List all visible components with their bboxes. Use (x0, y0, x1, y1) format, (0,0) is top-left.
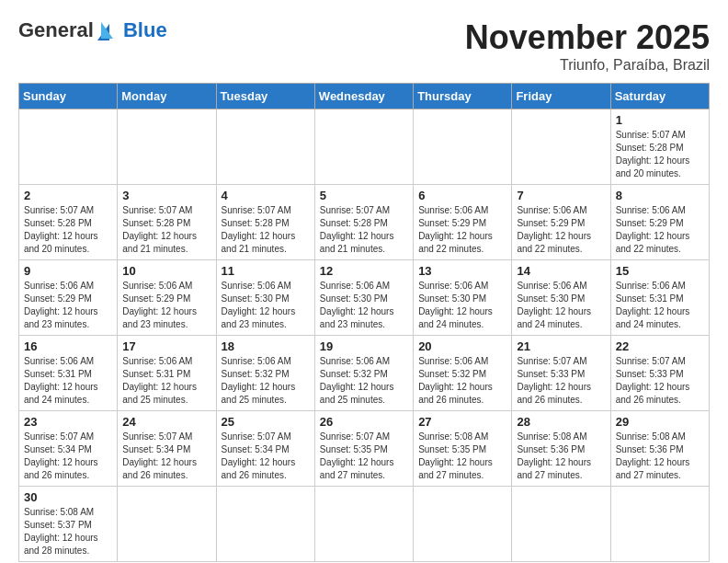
calendar-cell: 16Sunrise: 5:06 AM Sunset: 5:31 PM Dayli… (19, 336, 118, 411)
day-info: Sunrise: 5:06 AM Sunset: 5:30 PM Dayligh… (517, 280, 605, 331)
day-info: Sunrise: 5:08 AM Sunset: 5:35 PM Dayligh… (418, 431, 506, 482)
calendar-cell (512, 487, 610, 562)
weekday-header-wednesday: Wednesday (314, 84, 413, 109)
day-number: 25 (222, 415, 310, 429)
calendar-cell: 15Sunrise: 5:06 AM Sunset: 5:31 PM Dayli… (610, 260, 709, 336)
calendar-cell: 14Sunrise: 5:06 AM Sunset: 5:30 PM Dayli… (512, 260, 610, 336)
day-number: 14 (517, 264, 605, 278)
calendar-cell: 20Sunrise: 5:06 AM Sunset: 5:32 PM Dayli… (414, 336, 512, 411)
day-info: Sunrise: 5:06 AM Sunset: 5:32 PM Dayligh… (320, 355, 408, 407)
calendar-cell (414, 487, 512, 562)
weekday-header-saturday: Saturday (610, 84, 709, 109)
calendar-cell: 23Sunrise: 5:07 AM Sunset: 5:34 PM Dayli… (19, 411, 118, 487)
day-number: 20 (418, 339, 506, 353)
day-info: Sunrise: 5:06 AM Sunset: 5:29 PM Dayligh… (517, 204, 605, 256)
calendar-cell (19, 109, 118, 185)
day-number: 10 (122, 264, 210, 278)
calendar-cell: 6Sunrise: 5:06 AM Sunset: 5:29 PM Daylig… (414, 185, 512, 260)
day-info: Sunrise: 5:07 AM Sunset: 5:34 PM Dayligh… (222, 431, 310, 482)
calendar-cell: 13Sunrise: 5:06 AM Sunset: 5:30 PM Dayli… (414, 260, 512, 336)
day-info: Sunrise: 5:08 AM Sunset: 5:36 PM Dayligh… (616, 431, 704, 482)
month-title: November 2025 (465, 18, 710, 57)
day-number: 8 (616, 189, 704, 202)
weekday-header-monday: Monday (118, 84, 216, 109)
calendar-cell (314, 109, 413, 185)
day-number: 16 (24, 339, 112, 353)
day-number: 2 (24, 189, 112, 202)
title-block: November 2025 Triunfo, Paraíba, Brazil (465, 18, 710, 74)
day-number: 5 (320, 189, 408, 202)
calendar-cell (118, 487, 216, 562)
calendar-week-row: 16Sunrise: 5:06 AM Sunset: 5:31 PM Dayli… (19, 336, 710, 411)
day-number: 17 (122, 339, 210, 353)
location-text: Triunfo, Paraíba, Brazil (465, 57, 710, 74)
day-info: Sunrise: 5:08 AM Sunset: 5:36 PM Dayligh… (517, 431, 605, 482)
day-number: 19 (320, 339, 408, 353)
day-number: 3 (122, 189, 210, 202)
day-info: Sunrise: 5:07 AM Sunset: 5:34 PM Dayligh… (122, 431, 210, 482)
calendar-cell (610, 487, 709, 562)
calendar-week-row: 30Sunrise: 5:08 AM Sunset: 5:37 PM Dayli… (19, 487, 710, 562)
day-number: 29 (616, 415, 704, 429)
day-number: 1 (616, 113, 704, 127)
day-info: Sunrise: 5:06 AM Sunset: 5:31 PM Dayligh… (616, 280, 704, 331)
weekday-header-row: SundayMondayTuesdayWednesdayThursdayFrid… (19, 84, 710, 109)
calendar-cell (314, 487, 413, 562)
day-number: 4 (222, 189, 310, 202)
day-info: Sunrise: 5:07 AM Sunset: 5:33 PM Dayligh… (517, 355, 605, 407)
day-info: Sunrise: 5:07 AM Sunset: 5:28 PM Dayligh… (320, 204, 408, 256)
day-number: 27 (418, 415, 506, 429)
calendar-table: SundayMondayTuesdayWednesdayThursdayFrid… (18, 83, 710, 562)
day-number: 30 (24, 490, 112, 504)
day-info: Sunrise: 5:07 AM Sunset: 5:28 PM Dayligh… (24, 204, 112, 256)
day-info: Sunrise: 5:06 AM Sunset: 5:29 PM Dayligh… (24, 280, 112, 331)
calendar-week-row: 9Sunrise: 5:06 AM Sunset: 5:29 PM Daylig… (19, 260, 710, 336)
calendar-cell (414, 109, 512, 185)
calendar-cell: 4Sunrise: 5:07 AM Sunset: 5:28 PM Daylig… (216, 185, 314, 260)
day-number: 6 (418, 189, 506, 202)
day-info: Sunrise: 5:08 AM Sunset: 5:37 PM Dayligh… (24, 506, 112, 557)
day-number: 7 (517, 189, 605, 202)
day-info: Sunrise: 5:07 AM Sunset: 5:28 PM Dayligh… (222, 204, 310, 256)
day-number: 9 (24, 264, 112, 278)
day-info: Sunrise: 5:07 AM Sunset: 5:35 PM Dayligh… (320, 431, 408, 482)
calendar-cell: 26Sunrise: 5:07 AM Sunset: 5:35 PM Dayli… (314, 411, 413, 487)
calendar-cell (216, 109, 314, 185)
day-info: Sunrise: 5:06 AM Sunset: 5:31 PM Dayligh… (122, 355, 210, 407)
day-number: 21 (517, 339, 605, 353)
day-info: Sunrise: 5:06 AM Sunset: 5:30 PM Dayligh… (320, 280, 408, 331)
day-info: Sunrise: 5:06 AM Sunset: 5:30 PM Dayligh… (222, 280, 310, 331)
logo: General Blue (18, 18, 167, 42)
calendar-cell: 21Sunrise: 5:07 AM Sunset: 5:33 PM Dayli… (512, 336, 610, 411)
day-info: Sunrise: 5:06 AM Sunset: 5:32 PM Dayligh… (418, 355, 506, 407)
day-info: Sunrise: 5:06 AM Sunset: 5:30 PM Dayligh… (418, 280, 506, 331)
calendar-week-row: 1Sunrise: 5:07 AM Sunset: 5:28 PM Daylig… (19, 109, 710, 185)
calendar-cell: 24Sunrise: 5:07 AM Sunset: 5:34 PM Dayli… (118, 411, 216, 487)
day-number: 11 (222, 264, 310, 278)
day-info: Sunrise: 5:06 AM Sunset: 5:32 PM Dayligh… (222, 355, 310, 407)
calendar-cell: 17Sunrise: 5:06 AM Sunset: 5:31 PM Dayli… (118, 336, 216, 411)
calendar-cell: 3Sunrise: 5:07 AM Sunset: 5:28 PM Daylig… (118, 185, 216, 260)
page-header: General Blue November 2025 Triunfo, Para… (18, 18, 710, 74)
calendar-week-row: 2Sunrise: 5:07 AM Sunset: 5:28 PM Daylig… (19, 185, 710, 260)
calendar-cell: 9Sunrise: 5:06 AM Sunset: 5:29 PM Daylig… (19, 260, 118, 336)
calendar-cell: 12Sunrise: 5:06 AM Sunset: 5:30 PM Dayli… (314, 260, 413, 336)
calendar-cell: 8Sunrise: 5:06 AM Sunset: 5:29 PM Daylig… (610, 185, 709, 260)
calendar-cell: 19Sunrise: 5:06 AM Sunset: 5:32 PM Dayli… (314, 336, 413, 411)
calendar-cell: 27Sunrise: 5:08 AM Sunset: 5:35 PM Dayli… (414, 411, 512, 487)
day-info: Sunrise: 5:07 AM Sunset: 5:28 PM Dayligh… (616, 129, 704, 180)
weekday-header-friday: Friday (512, 84, 610, 109)
day-number: 26 (320, 415, 408, 429)
day-info: Sunrise: 5:07 AM Sunset: 5:28 PM Dayligh… (122, 204, 210, 256)
day-info: Sunrise: 5:07 AM Sunset: 5:33 PM Dayligh… (616, 355, 704, 407)
day-info: Sunrise: 5:06 AM Sunset: 5:29 PM Dayligh… (418, 204, 506, 256)
calendar-cell (118, 109, 216, 185)
day-number: 12 (320, 264, 408, 278)
day-number: 22 (616, 339, 704, 353)
calendar-cell: 11Sunrise: 5:06 AM Sunset: 5:30 PM Dayli… (216, 260, 314, 336)
logo-general-text: General (18, 18, 94, 42)
weekday-header-thursday: Thursday (414, 84, 512, 109)
calendar-cell: 18Sunrise: 5:06 AM Sunset: 5:32 PM Dayli… (216, 336, 314, 411)
calendar-cell: 29Sunrise: 5:08 AM Sunset: 5:36 PM Dayli… (610, 411, 709, 487)
calendar-cell: 30Sunrise: 5:08 AM Sunset: 5:37 PM Dayli… (19, 487, 118, 562)
